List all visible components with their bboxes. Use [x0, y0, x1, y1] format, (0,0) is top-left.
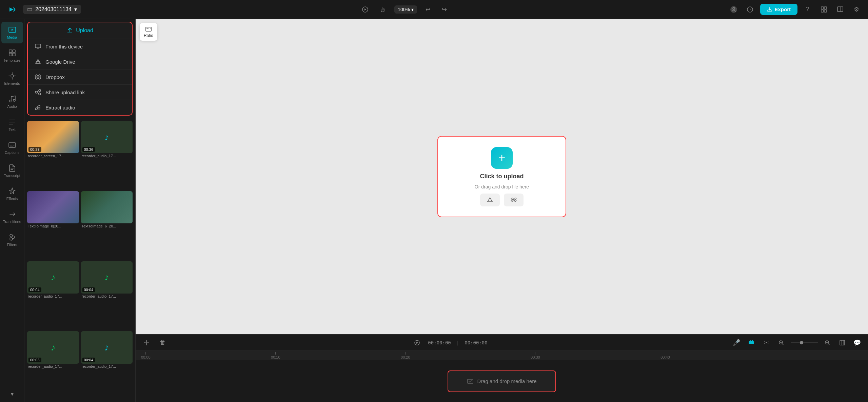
timeline-tracks: Drag and drop media here — [136, 360, 868, 402]
media-filename: recorder_audio_17... — [27, 364, 79, 370]
media-thumbnail[interactable]: ♪ 00:04 — [81, 331, 133, 363]
upload-area[interactable]: + Click to upload Or drag and drop file … — [437, 136, 566, 217]
ruler-mark: 00:30 — [531, 352, 540, 359]
list-item[interactable]: ♪ 00:04 recorder_audio_17... — [81, 331, 133, 399]
media-thumbnail[interactable]: 00:37 — [27, 121, 79, 153]
media-filename: recorder_audio_17... — [27, 294, 79, 300]
media-thumbnail[interactable]: ♪ 00:04 — [27, 261, 79, 294]
list-item[interactable]: 00:37 recorder_screen_17... — [27, 121, 79, 189]
upload-google-drive-item[interactable]: Google Drive — [28, 54, 132, 69]
svg-rect-13 — [13, 53, 15, 56]
sidebar-item-captions[interactable]: Captions — [1, 137, 23, 159]
ruler-mark: 00:10 — [271, 352, 280, 359]
svg-rect-10 — [9, 50, 12, 53]
ratio-button[interactable]: Ratio — [140, 23, 157, 41]
dual-screen-button[interactable] — [834, 3, 846, 16]
media-thumbnail[interactable]: ♪ 00:03 — [27, 331, 79, 363]
svg-rect-30 — [750, 340, 751, 342]
settings-button[interactable]: ⚙ — [850, 3, 863, 16]
list-item[interactable]: ♪ 00:04 recorder_audio_17... — [81, 261, 133, 329]
svg-rect-12 — [9, 53, 12, 56]
sidebar-item-filters[interactable]: Filters — [1, 229, 23, 251]
help-button[interactable]: ? — [802, 3, 814, 16]
upload-area-subtitle: Or drag and drop file here — [475, 184, 529, 189]
svg-rect-7 — [824, 10, 827, 12]
upload-plus-button[interactable]: + — [491, 147, 513, 169]
ruler-mark: 00:20 — [401, 352, 410, 359]
upload-dropbox-button[interactable] — [504, 194, 524, 206]
media-duration: 00:37 — [28, 147, 41, 152]
topbar-play-button[interactable] — [359, 3, 371, 16]
media-filename: recorder_audio_17... — [81, 364, 133, 370]
avatar-button[interactable] — [728, 3, 740, 16]
list-item[interactable]: ♪ 00:04 recorder_audio_17... — [27, 261, 79, 329]
nav-expand-button[interactable]: ▾ — [7, 388, 18, 399]
sidebar-item-effects[interactable]: Effects — [1, 183, 23, 205]
timeline-toolbar-center: 00:00:00 | 00:00:00 — [174, 337, 726, 348]
sidebar-item-transitions[interactable]: Transitions — [1, 206, 23, 228]
svg-rect-29 — [749, 341, 754, 344]
timeline-play-button[interactable] — [412, 337, 422, 348]
media-duration: 00:04 — [28, 287, 41, 292]
timeline-clip-button[interactable] — [746, 337, 757, 348]
zoom-selector[interactable]: 100% ▾ — [394, 5, 417, 14]
sidebar-item-elements[interactable]: Elements — [1, 68, 23, 89]
project-name-label: 202403011134 — [35, 6, 72, 13]
export-button[interactable]: Export — [760, 4, 797, 15]
timeline-mic-button[interactable]: 🎤 — [731, 337, 742, 348]
timeline-zoom-in-button[interactable] — [822, 337, 833, 348]
list-item[interactable]: TextToImage_6_20... — [81, 191, 133, 259]
media-filename: recorder_audio_17... — [81, 153, 133, 159]
svg-point-14 — [11, 75, 14, 77]
timeline-zoom-slider[interactable] — [791, 342, 818, 343]
svg-point-15 — [9, 100, 11, 102]
timeline-chat-button[interactable]: 💬 — [852, 337, 863, 348]
upload-area-container: + Click to upload Or drag and drop file … — [136, 19, 868, 334]
redo-button[interactable]: ↪ — [439, 4, 450, 15]
timeline-zoom-out-button[interactable] — [776, 337, 787, 348]
upload-google-drive-button[interactable] — [480, 194, 500, 206]
drop-zone[interactable]: Drag and drop media here — [448, 370, 556, 392]
svg-rect-35 — [468, 379, 473, 383]
sidebar-item-audio[interactable]: Audio — [1, 91, 23, 113]
list-item[interactable]: TextToImage_8|20... — [27, 191, 79, 259]
sidebar-item-transcript[interactable]: Transcript — [1, 160, 23, 182]
timeline-fit-button[interactable] — [837, 337, 848, 348]
svg-point-22 — [35, 91, 37, 93]
svg-rect-31 — [752, 340, 753, 342]
upload-dropbox-item[interactable]: Dropbox — [28, 69, 132, 84]
media-filename: recorder_audio_17... — [81, 294, 133, 300]
sidebar-item-templates[interactable]: Templates — [1, 45, 23, 66]
list-item[interactable]: ♪ 00:03 recorder_audio_17... — [27, 331, 79, 399]
project-name-button[interactable]: 202403011134 ▾ — [23, 5, 81, 14]
sidebar-item-media[interactable]: Media — [1, 22, 23, 43]
media-thumbnail[interactable]: ♪ 00:36 — [81, 121, 133, 153]
main-content: Media Templates Elements Audio Text Capt… — [0, 19, 868, 402]
topbar-hand-button[interactable] — [377, 3, 389, 16]
timeline-current-time: 00:00:00 — [428, 340, 451, 345]
media-filename: TextToImage_6_20... — [81, 223, 133, 229]
svg-point-20 — [10, 238, 13, 240]
upload-area-title: Click to upload — [480, 173, 524, 180]
timeline-separator: | — [456, 340, 459, 345]
timeline-toolbar-right: 🎤 ✂ — [731, 337, 863, 348]
undo-button[interactable]: ↩ — [422, 4, 433, 15]
media-thumbnail[interactable]: ♪ 00:04 — [81, 261, 133, 294]
zoom-chevron-icon: ▾ — [411, 7, 414, 12]
upload-extract-audio-item[interactable]: Extract audio — [28, 100, 132, 115]
sidebar-item-text[interactable]: Text — [1, 114, 23, 136]
upload-share-link-item[interactable]: Share upload link — [28, 84, 132, 100]
list-item[interactable]: ♪ 00:36 recorder_audio_17... — [81, 121, 133, 189]
media-thumbnail[interactable] — [81, 191, 133, 223]
svg-rect-6 — [821, 10, 824, 12]
timeline-split-scissors-button[interactable]: ✂ — [761, 337, 772, 348]
media-duration: 00:03 — [28, 358, 41, 362]
timeline-delete-button[interactable]: 🗑 — [157, 337, 168, 348]
upload-from-device-item[interactable]: From this device — [28, 39, 132, 54]
timeline-toolbar: 🗑 00:00:00 | 00:00:00 🎤 ✂ — [136, 335, 868, 351]
media-thumbnail[interactable] — [27, 191, 79, 223]
profile-button[interactable] — [744, 3, 756, 16]
layout-button[interactable] — [818, 3, 830, 16]
timeline-split-button[interactable] — [141, 337, 152, 348]
upload-button[interactable]: Upload — [28, 22, 132, 39]
